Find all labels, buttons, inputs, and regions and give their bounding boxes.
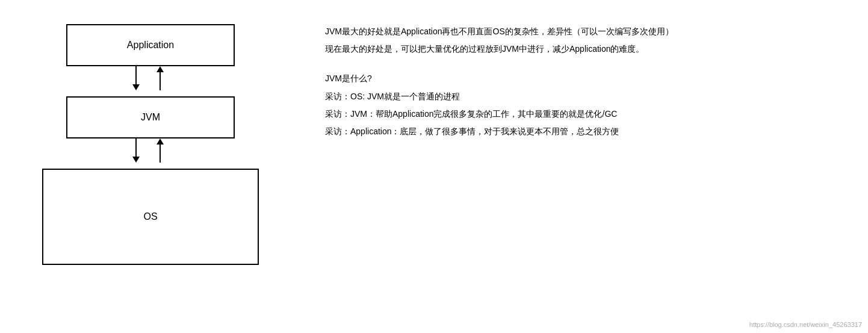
arrow-app-jvm	[66, 66, 235, 96]
text-line3: JVM是什么?	[325, 71, 844, 86]
arrow-up-1	[157, 66, 164, 90]
arrow-jvm-os	[66, 138, 235, 169]
text-line1: JVM最大的好处就是Application再也不用直面OS的复杂性，差异性（可以…	[325, 24, 844, 39]
application-label: Application	[127, 40, 174, 51]
arrow-up-2	[157, 138, 164, 163]
jvm-label: JVM	[141, 112, 160, 123]
main-container: Application JVM	[0, 0, 868, 333]
text-line4: 采访：OS: JVM就是一个普通的进程	[325, 89, 844, 104]
arrow-down-1	[132, 66, 140, 90]
application-box: Application	[66, 24, 235, 66]
jvm-box: JVM	[66, 96, 235, 138]
arrow-down-2	[132, 138, 140, 163]
text-section: JVM最大的好处就是Application再也不用直面OS的复杂性，差异性（可以…	[277, 18, 844, 315]
text-line5: 采访：JVM：帮助Application完成很多复杂的工作，其中最重要的就是优化…	[325, 107, 844, 122]
text-gap	[325, 59, 844, 71]
diagram-section: Application JVM	[24, 18, 277, 315]
text-line2: 现在最大的好处是，可以把大量优化的过程放到JVM中进行，减少Applicatio…	[325, 42, 844, 57]
text-line6: 采访：Application：底层，做了很多事情，对于我来说更本不用管，总之很方…	[325, 124, 844, 139]
os-label: OS	[143, 211, 157, 222]
watermark: https://blog.csdn.net/weixin_45263317	[749, 321, 862, 328]
os-box: OS	[42, 169, 259, 265]
